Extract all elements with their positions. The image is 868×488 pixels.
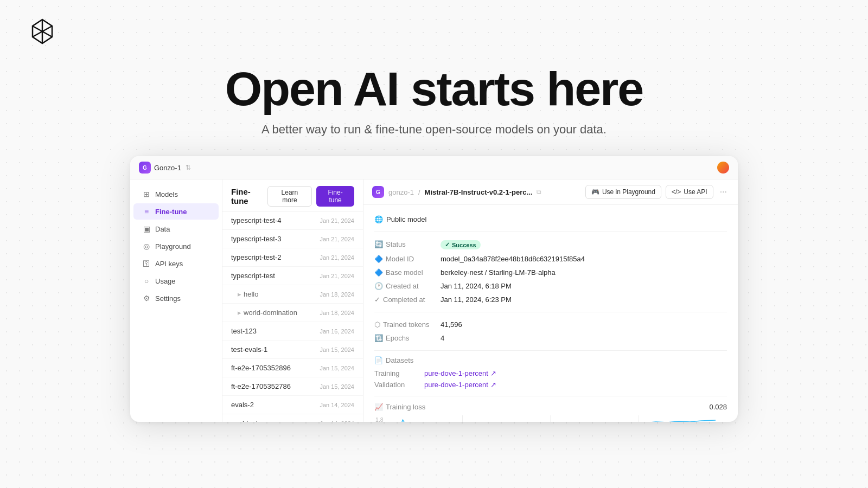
learn-more-button[interactable]: Learn more xyxy=(267,186,312,207)
list-item-date: Jan 21, 2024 xyxy=(320,273,354,279)
list-item[interactable]: test-123Jan 16, 2024 xyxy=(222,322,363,341)
validation-label: Validation xyxy=(374,381,418,389)
datasets-section: 📄 Datasets Training pure-dove-1-percent … xyxy=(374,356,727,390)
fine-tune-button[interactable]: Fine-tune xyxy=(316,186,354,207)
use-api-button[interactable]: </> Use API xyxy=(666,185,713,199)
detail-actions: 🎮 Use in Playground </> Use API ··· xyxy=(585,185,729,199)
epochs-icon: 🔃 xyxy=(374,334,383,342)
training-dataset-row: Training pure-dove-1-percent ↗ xyxy=(374,368,727,379)
list-item-name: typescript-test xyxy=(231,272,275,280)
base-model-row: 🔷 Base model berkeley-nest / Starling-LM… xyxy=(374,266,727,279)
base-model-label: 🔷 Base model xyxy=(374,268,434,277)
user-avatar[interactable] xyxy=(717,162,729,174)
list-item[interactable]: ft-e2e-1705352896Jan 15, 2024 xyxy=(222,359,363,377)
list-item[interactable]: typescript-test-3Jan 21, 2024 xyxy=(222,230,363,248)
models-icon: ⊞ xyxy=(142,190,151,198)
list-item-name: typescript-test-4 xyxy=(231,216,281,224)
hero-subtitle: A better way to run & fine-tune open-sou… xyxy=(0,123,868,137)
workspace-avatar: G xyxy=(139,162,151,174)
list-item-name: eval-test xyxy=(231,419,258,422)
api-btn-label: Use API xyxy=(684,188,707,196)
epochs-row: 🔃 Epochs 4 xyxy=(374,331,727,345)
list-item[interactable]: ▸world-dominationJan 18, 2024 xyxy=(222,304,363,322)
playground-btn-label: Use in Playground xyxy=(602,188,655,196)
api-keys-icon: ⚿ xyxy=(142,259,151,268)
completed-at-label: ✓ Completed at xyxy=(374,296,434,304)
chevron-icon: ⇅ xyxy=(186,164,191,171)
training-link[interactable]: pure-dove-1-percent ↗ xyxy=(424,369,496,377)
copy-icon[interactable]: ⧉ xyxy=(537,188,541,196)
list-item[interactable]: typescript-test-4Jan 21, 2024 xyxy=(222,211,363,230)
model-path-user: gonzo-1 xyxy=(388,188,414,196)
detail-panel: G gonzo-1 / Mistral-7B-Instruct-v0.2-1-p… xyxy=(363,179,738,422)
divider-4 xyxy=(374,396,727,396)
data-icon: ▣ xyxy=(142,224,151,233)
sidebar-item-playground[interactable]: ◎ Playground xyxy=(133,238,219,254)
list-item[interactable]: evals-2Jan 14, 2024 xyxy=(222,396,363,414)
divider-2 xyxy=(374,312,727,312)
status-label: 🔄 Status xyxy=(374,240,434,248)
list-item-date: Jan 21, 2024 xyxy=(320,254,354,261)
sidebar-label-playground: Playground xyxy=(155,242,191,251)
sidebar-item-usage[interactable]: ○ Usage xyxy=(133,273,219,289)
list-item-name: ft-e2e-1705352786 xyxy=(231,382,291,390)
sidebar-item-data[interactable]: ▣ Data xyxy=(133,221,219,237)
training-loss-chart: 1.8 1.35 0.9 0.45 Epoch 1 Epoch 2 Epoch xyxy=(374,415,727,422)
api-btn-icon: </> xyxy=(672,188,681,196)
training-loss-title: 📈 Training loss xyxy=(374,403,425,411)
created-at-label: 🕐 Created at xyxy=(374,282,434,290)
sidebar-label-settings: Settings xyxy=(155,294,181,303)
sidebar-label-models: Models xyxy=(155,190,178,198)
panel-actions: Learn more Fine-tune xyxy=(267,186,354,207)
sidebar-item-api-keys[interactable]: ⚿ API keys xyxy=(133,255,219,272)
list-item[interactable]: typescript-testJan 21, 2024 xyxy=(222,267,363,285)
model-id-value: model_0a34a878f2ee48b18d8c6321915f85a4 xyxy=(441,255,585,263)
finetune-icon: ≡ xyxy=(142,207,151,216)
status-row: 🔄 Status ✓ Success xyxy=(374,237,727,252)
list-item-name: test-123 xyxy=(231,327,257,335)
model-id-label: 🔷 Model ID xyxy=(374,255,434,263)
base-model-value: berkeley-nest / Starling-LM-7B-alpha xyxy=(441,268,556,277)
list-item[interactable]: ft-e2e-1705352786Jan 15, 2024 xyxy=(222,377,363,396)
list-item-name: evals-2 xyxy=(231,401,254,409)
model-id-icon: 🔷 xyxy=(374,255,383,263)
settings-icon: ⚙ xyxy=(142,294,151,303)
list-item[interactable]: test-evals-1Jan 15, 2024 xyxy=(222,341,363,359)
status-badge: ✓ Success xyxy=(441,240,481,249)
validation-link[interactable]: pure-dove-1-percent ↗ xyxy=(424,381,496,389)
sidebar-item-settings[interactable]: ⚙ Settings xyxy=(133,290,219,306)
list-item-date: Jan 15, 2024 xyxy=(320,346,354,353)
model-id-row: 🔷 Model ID model_0a34a878f2ee48b18d8c632… xyxy=(374,252,727,266)
workspace-badge[interactable]: G Gonzo-1 xyxy=(139,162,181,174)
sidebar-item-models[interactable]: ⊞ Models xyxy=(133,186,219,202)
list-item-name: ▸hello xyxy=(238,290,258,298)
list-item[interactable]: eval-testJan 14, 2024 xyxy=(222,414,363,422)
completed-at-row: ✓ Completed at Jan 11, 2024, 6:23 PM xyxy=(374,293,727,306)
divider-3 xyxy=(374,350,727,351)
playground-btn-icon: 🎮 xyxy=(591,188,599,196)
model-name: Mistral-7B-Instruct-v0.2-1-perc... xyxy=(425,188,533,196)
playground-icon: ◎ xyxy=(142,242,151,251)
list-item-date: Jan 14, 2024 xyxy=(320,420,354,422)
usage-icon: ○ xyxy=(142,277,151,285)
finetune-list-panel: Fine-tune Learn more Fine-tune typescrip… xyxy=(222,179,363,422)
list-item[interactable]: typescript-test-2Jan 21, 2024 xyxy=(222,248,363,267)
sidebar-label-usage: Usage xyxy=(155,277,176,285)
globe-icon: 🌐 xyxy=(374,215,383,223)
trained-tokens-label: ⬡ Trained tokens xyxy=(374,320,434,329)
public-model-label: Public model xyxy=(386,215,426,223)
created-at-row: 🕐 Created at Jan 11, 2024, 6:18 PM xyxy=(374,279,727,293)
list-item-date: Jan 15, 2024 xyxy=(320,383,354,390)
list-item-date: Jan 15, 2024 xyxy=(320,365,354,371)
tokens-icon: ⬡ xyxy=(374,320,380,329)
epochs-label: 🔃 Epochs xyxy=(374,334,434,342)
use-in-playground-button[interactable]: 🎮 Use in Playground xyxy=(585,185,661,199)
more-options-button[interactable]: ··· xyxy=(718,186,729,198)
divider-1 xyxy=(374,232,727,232)
base-model-icon: 🔷 xyxy=(374,268,383,277)
list-item-date: Jan 18, 2024 xyxy=(320,310,354,316)
trained-tokens-row: ⬡ Trained tokens 41,596 xyxy=(374,318,727,331)
validation-dataset-row: Validation pure-dove-1-percent ↗ xyxy=(374,379,727,390)
sidebar-item-finetune[interactable]: ≡ Fine-tune xyxy=(133,203,219,220)
list-item[interactable]: ▸helloJan 18, 2024 xyxy=(222,285,363,304)
